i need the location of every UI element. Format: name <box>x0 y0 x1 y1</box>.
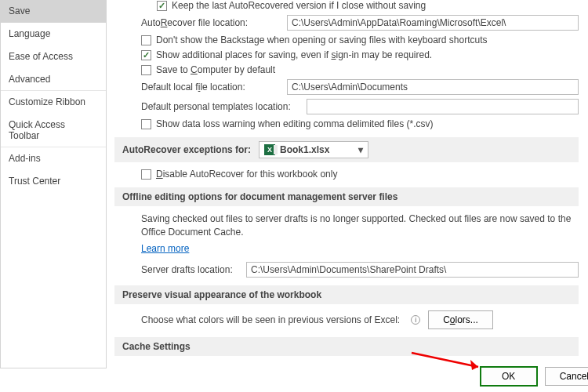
save-to-computer-checkbox[interactable] <box>141 65 151 75</box>
ok-button[interactable]: OK <box>481 367 537 386</box>
options-panel: Keep the last AutoRecovered version if I… <box>107 0 588 368</box>
data-loss-checkbox[interactable] <box>141 119 151 129</box>
server-drafts-input[interactable] <box>246 262 579 278</box>
sidebar-item-advanced[interactable]: Advanced <box>1 68 106 91</box>
autorecover-location-label: AutoRecover file location: <box>141 17 282 28</box>
show-additional-checkbox[interactable] <box>141 50 151 60</box>
save-to-computer-label: Save to Computer by default <box>156 64 275 75</box>
sidebar-item-trust-center[interactable]: Trust Center <box>1 170 106 193</box>
dont-show-backstage-checkbox[interactable] <box>141 35 151 45</box>
default-templates-input[interactable] <box>307 99 579 114</box>
disable-autorecover-checkbox[interactable] <box>141 169 151 180</box>
options-sidebar: Save Language Ease of Access Advanced Cu… <box>0 0 107 368</box>
autorecover-exceptions-header: AutoRecover exceptions for: <box>122 144 251 155</box>
choose-colors-label: Choose what colors will be seen in previ… <box>141 314 400 325</box>
preserve-header: Preserve visual appearance of the workbo… <box>122 289 321 300</box>
default-local-input[interactable] <box>287 79 579 95</box>
sidebar-item-add-ins[interactable]: Add-ins <box>1 147 106 170</box>
autorecover-location-input[interactable] <box>287 15 579 31</box>
keep-last-checkbox[interactable] <box>157 1 167 11</box>
workbook-name: Book1.xlsx <box>280 144 329 155</box>
show-additional-label: Show additional places for saving, even … <box>156 49 432 60</box>
sidebar-item-customize-ribbon[interactable]: Customize Ribbon <box>1 91 106 114</box>
server-drafts-label: Server drafts location: <box>141 264 241 275</box>
cache-header: Cache Settings <box>122 341 191 352</box>
offline-header: Offline editing options for document man… <box>122 191 397 202</box>
offline-body: Saving checked out files to server draft… <box>141 212 579 239</box>
keep-last-label: Keep the last AutoRecovered version if I… <box>172 0 426 11</box>
disable-autorecover-label: Disable AutoRecover for this workbook on… <box>156 169 337 180</box>
learn-more-link[interactable]: Learn more <box>141 243 189 254</box>
colors-button[interactable]: Colors... <box>428 310 493 329</box>
data-loss-label: Show data loss warning when editing comm… <box>156 118 434 129</box>
default-templates-label: Default personal templates location: <box>141 101 302 112</box>
default-local-label: Default local file location: <box>141 82 282 93</box>
cancel-button[interactable]: Cancel <box>545 367 588 386</box>
info-icon[interactable]: i <box>411 315 420 325</box>
sidebar-item-quick-access[interactable]: Quick Access Toolbar <box>1 114 106 147</box>
sidebar-item-language[interactable]: Language <box>1 23 106 45</box>
workbook-select[interactable]: X Book1.xlsx <box>259 141 368 158</box>
sidebar-item-save[interactable]: Save <box>1 0 106 23</box>
excel-icon: X <box>264 144 275 155</box>
dont-show-backstage-label: Don't show the Backstage when opening or… <box>156 34 488 45</box>
sidebar-item-ease-of-access[interactable]: Ease of Access <box>1 45 106 68</box>
